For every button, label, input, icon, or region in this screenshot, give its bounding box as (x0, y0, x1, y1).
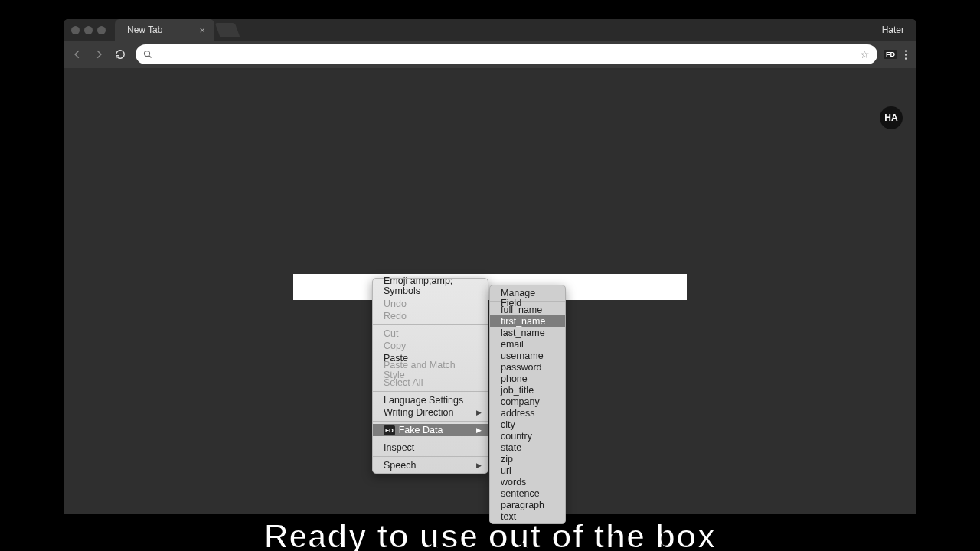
new-tab-button[interactable] (215, 23, 240, 37)
menu-item-label: Redo (384, 311, 407, 321)
submenu-item-first_name[interactable]: first_name (490, 315, 565, 327)
submenu-arrow-icon: ▶ (476, 408, 482, 418)
menu-item-undo: Undo (373, 298, 488, 310)
menu-item-cut: Cut (373, 328, 488, 340)
submenu-item-paragraph[interactable]: paragraph (490, 499, 565, 510)
extension-badge[interactable]: FD (884, 50, 897, 59)
menu-item-label: Language Settings (384, 396, 463, 406)
fake-data-submenu: Manage Fieldfull_namefirst_namelast_name… (489, 285, 566, 524)
menu-item-language-settings[interactable]: Language Settings (373, 394, 488, 406)
menu-item-label: Copy (384, 341, 406, 351)
submenu-item-username[interactable]: username (490, 350, 565, 361)
menu-item-label: Select All (384, 378, 423, 388)
address-bar[interactable]: ☆ (136, 44, 877, 64)
submenu-item-phone[interactable]: phone (490, 373, 565, 384)
submenu-arrow-icon: ▶ (476, 425, 482, 435)
browser-window: New Tab × Hater ☆ FD HA Emoji amp;amp (64, 19, 916, 514)
menu-item-select-all: Select All (373, 377, 488, 389)
menu-item-label: Speech (384, 461, 416, 471)
maximize-window-icon[interactable] (97, 26, 106, 34)
submenu-item-url[interactable]: url (490, 465, 565, 476)
tab-title: New Tab (127, 24, 162, 35)
menu-separator (373, 456, 488, 457)
submenu-header[interactable]: Manage Field (490, 287, 565, 298)
submenu-item-last_name[interactable]: last_name (490, 327, 565, 338)
page-content: HA Emoji amp;amp; SymbolsUndoRedoCutCopy… (64, 68, 916, 514)
submenu-item-words[interactable]: words (490, 476, 565, 487)
context-menu: Emoji amp;amp; SymbolsUndoRedoCutCopyPas… (372, 278, 488, 474)
submenu-item-full_name[interactable]: full_name (490, 304, 565, 315)
submenu-arrow-icon: ▶ (476, 461, 482, 471)
submenu-item-password[interactable]: password (490, 361, 565, 373)
menu-item-label: Emoji amp;amp; Symbols (384, 276, 477, 296)
reload-button[interactable] (111, 45, 129, 64)
menu-separator (373, 324, 488, 325)
profile-name[interactable]: Hater (882, 24, 916, 35)
submenu-item-sentence[interactable]: sentence (490, 487, 565, 499)
menu-item-label: Inspect (384, 443, 414, 453)
submenu-item-zip[interactable]: zip (490, 453, 565, 465)
submenu-item-company[interactable]: company (490, 396, 565, 407)
profile-avatar[interactable]: HA (880, 106, 903, 129)
browser-tab[interactable]: New Tab × (115, 19, 214, 41)
forward-button[interactable] (90, 45, 108, 64)
submenu-item-country[interactable]: country (490, 430, 565, 442)
menu-item-label: Writing Direction (384, 408, 453, 418)
menu-item-label: Undo (384, 299, 407, 309)
menu-item-redo: Redo (373, 310, 488, 322)
submenu-item-email[interactable]: email (490, 338, 565, 350)
menu-item-emoji-amp-amp-symbols[interactable]: Emoji amp;amp; Symbols (373, 280, 488, 292)
submenu-item-city[interactable]: city (490, 419, 565, 430)
menu-item-paste-and-match-style: Paste and Match Style (373, 364, 488, 377)
menu-item-inspect[interactable]: Inspect (373, 442, 488, 454)
svg-point-0 (145, 51, 150, 57)
menu-item-copy: Copy (373, 340, 488, 352)
menu-separator (373, 439, 488, 439)
menu-item-label: Fake Data (399, 425, 443, 435)
minimize-window-icon[interactable] (84, 26, 93, 34)
browser-toolbar: ☆ FD (64, 41, 916, 68)
menu-item-writing-direction[interactable]: Writing Direction▶ (373, 406, 488, 419)
menu-separator (373, 391, 488, 392)
menu-item-label: Cut (384, 329, 398, 339)
menu-item-speech[interactable]: Speech▶ (373, 459, 488, 471)
submenu-item-state[interactable]: state (490, 442, 565, 453)
close-tab-icon[interactable]: × (199, 24, 205, 36)
close-window-icon[interactable] (71, 26, 80, 34)
menu-separator (373, 421, 488, 422)
submenu-item-address[interactable]: address (490, 407, 565, 419)
promo-caption: Ready to use out of the box (0, 517, 980, 551)
browser-menu-icon[interactable] (900, 50, 912, 60)
bookmark-star-icon[interactable]: ☆ (860, 48, 870, 60)
fd-badge-icon: FD (384, 425, 395, 435)
tab-bar: New Tab × Hater (64, 19, 916, 41)
submenu-item-job_title[interactable]: job_title (490, 384, 565, 396)
back-button[interactable] (68, 45, 87, 64)
menu-item-fake-data[interactable]: FDFake Data▶ (373, 424, 488, 436)
window-traffic-lights[interactable] (64, 26, 113, 34)
search-icon (143, 50, 152, 59)
